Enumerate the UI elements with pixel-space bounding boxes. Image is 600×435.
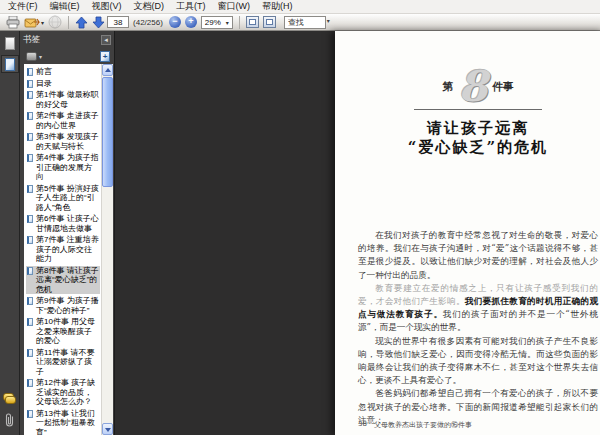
footer-page-number: 38 [358,420,367,430]
print-button[interactable] [4,15,22,30]
page-title-line2: “爱心缺乏”的危机 [358,138,598,157]
bookmark-item[interactable]: 第8件事 请让孩子远离“爱心缺乏”的危机 [26,266,100,295]
bookmark-label: 第12件事 孩子缺乏诚实的品质，父母该怎么办？ [36,378,99,407]
bookmark-page-icon [27,112,33,120]
bookmark-label: 第5件事 扮演好孩子人生路上的“引路人”角色 [36,184,99,213]
globe-icon [48,15,62,29]
bookmark-label: 第9件事 为孩子播下“爱心的种子” [36,296,99,315]
page-number-input[interactable] [107,16,129,28]
bookmark-item[interactable]: 前言 [26,67,100,77]
collaboration-button-disabled [46,15,64,30]
bookmark-item[interactable]: 第6件事 让孩子心甘情愿地去做事 [26,214,100,233]
next-page-button[interactable] [90,15,107,30]
menu-item[interactable]: 帮助(H) [256,0,299,14]
chapter-number: 8 [458,67,487,107]
bookmarks-panel-header: 书签 [20,31,114,48]
bookmark-label: 第13件事 让我们一起抵制“粗暴教育” [36,409,99,435]
find-options-arrow-icon[interactable] [327,19,334,26]
page-footer: 38 父母教养杰出孩子要做的⑯件事 [358,420,472,430]
comments-icon [3,393,16,404]
scroll-up-button[interactable] [102,64,113,76]
bookmark-options-menu[interactable] [24,49,44,64]
triangle-down-icon [105,428,111,432]
bookmark-item[interactable]: 第13件事 让我们一起抵制“粗暴教育” [26,409,100,435]
bookmark-item[interactable]: 第9件事 为孩子播下“爱心的种子” [26,296,100,315]
page-content: 第 8 件事 请让孩子远离 “爱心缺乏”的危机 在我们对孩子的教育中经常忽视了对… [358,67,598,427]
menu-item[interactable]: 文档(D) [128,0,171,14]
menu-item[interactable]: 视图(V) [86,0,128,14]
bookmark-label: 第4件事 为孩子指引正确的发展方向 [36,153,99,182]
panel-title: 书签 [23,34,40,46]
toolbar: (42/256) 29% [0,14,600,31]
document-page: 第 8 件事 请让孩子远离 “爱心缺乏”的危机 在我们对孩子的教育中经常忽视了对… [335,31,600,435]
bookmark-label: 前言 [36,67,52,77]
bookmark-label: 第11件事 请不要让溺爱娇纵了孩子 [36,348,99,377]
bookmark-page-icon [27,297,33,305]
bookmark-item[interactable]: 第10件事 用父母之爱来唤醒孩子的爱心 [26,317,100,346]
tab-attachments[interactable] [1,411,19,429]
expand-current-bookmark-button[interactable] [100,51,110,62]
tab-bookmarks[interactable] [1,55,19,73]
bookmark-label: 第7件事 注重培养孩子的人际交往能力 [36,235,99,264]
bookmark-page-icon [27,318,33,326]
zoom-level-value: 29% [205,18,221,27]
collapse-panel-button[interactable] [101,35,111,45]
bookmark-item[interactable]: 第12件事 孩子缺乏诚实的品质，父母该怎么办？ [26,378,100,407]
page-count-label: (42/256) [133,18,163,27]
menu-item[interactable]: 工具(T) [170,0,212,14]
bookmark-label: 第8件事 请让孩子远离“爱心缺乏”的危机 [36,266,99,295]
bookmarks-icon [5,58,15,71]
footer-book-title: 父母教养杰出孩子要做的⑯件事 [374,420,472,430]
bookmark-page-icon [27,267,33,275]
tab-comments[interactable] [1,390,19,408]
bookmark-page-icon [27,236,33,244]
menu-item[interactable]: 文件(F) [2,0,44,14]
menu-item[interactable]: 编辑(E) [44,0,86,14]
previous-page-button[interactable] [73,15,90,30]
bookmark-page-icon [27,379,33,387]
chapter-heading: 第 8 件事 [358,67,598,107]
tab-pages[interactable] [1,34,19,52]
bookmark-label: 第1件事 做最称职的好父母 [36,90,99,109]
fit-page-button[interactable] [263,16,276,28]
options-gear-icon [26,52,37,61]
scroll-down-button[interactable] [102,423,113,435]
toolbar-separator [239,16,240,29]
menu-bar: 文件(F) 编辑(E) 视图(V) 文档(D) 工具(T) 窗口(W) 帮助(H… [0,0,600,14]
menu-item[interactable]: 窗口(W) [212,0,257,14]
bookmark-item[interactable]: 第11件事 请不要让溺爱娇纵了孩子 [26,348,100,377]
bookmark-item[interactable]: 第4件事 为孩子指引正确的发展方向 [26,153,100,182]
chapter-prefix: 第 [443,80,454,94]
bookmarks-scrollbar[interactable] [101,64,113,435]
triangle-up-icon [105,68,111,72]
bookmark-page-icon [27,133,33,141]
document-workspace[interactable]: 第 8 件事 请让孩子远离 “爱心缺乏”的危机 在我们对孩子的教育中经常忽视了对… [116,31,600,435]
printer-icon [6,16,20,29]
bookmark-page-icon [27,410,33,418]
paragraph: 在我们对孩子的教育中经常忽视了对生命的敬畏，对爱心的培养。我们在与孩子沟通时，对… [358,229,598,282]
scrollbar-thumb[interactable] [102,77,113,187]
zoom-out-button[interactable] [169,16,181,28]
paragraph: 现实的世界中有很多因素有可能对我们的孩子产生不良影响，导致他们缺乏爱心，因而变得… [358,335,598,388]
bookmark-page-icon [27,91,33,99]
bookmark-label: 第3件事 发现孩子的天赋与特长 [36,132,99,151]
zoom-level-select[interactable]: 29% [201,16,233,29]
toolbar-separator [68,16,69,29]
page-title-line1: 请让孩子远离 [358,119,598,138]
paperclip-icon [4,413,15,428]
bookmark-item[interactable]: 第2件事 走进孩子的内心世界 [26,111,100,130]
bookmark-item[interactable]: 第1件事 做最称职的好父母 [26,90,100,109]
email-export-button[interactable] [22,15,46,30]
bookmark-item[interactable]: 第5件事 扮演好孩子人生路上的“引路人”角色 [26,184,100,213]
paragraph: 教育要建立在爱的情感之上，只有让孩子感受到我们的爱，才会对他们产生影响。我们要抓… [358,282,598,335]
bookmarks-list: 前言 目录 第1件事 做最称职的好父母 第2件事 走进孩子的内心 [24,64,113,435]
bookmark-label: 第6件事 让孩子心甘情愿地去做事 [36,214,99,233]
bookmark-item[interactable]: 第3件事 发现孩子的天赋与特长 [26,132,100,151]
bookmarks-panel: 书签 前言 目录 [20,31,115,435]
bookmark-item[interactable]: 目录 [26,79,100,89]
zoom-in-button[interactable] [185,16,197,28]
fit-width-button[interactable] [246,16,259,28]
bookmark-page-icon [27,349,33,357]
bookmark-item[interactable]: 第7件事 注重培养孩子的人际交往能力 [26,235,100,264]
find-input[interactable] [284,16,326,29]
